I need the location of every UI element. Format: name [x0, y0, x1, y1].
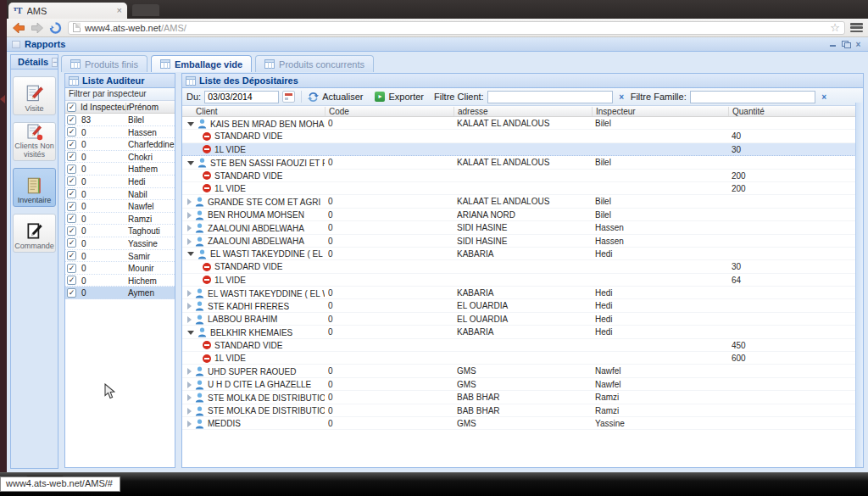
package-row[interactable]: STANDARD VIDE40	[182, 130, 863, 142]
expand-arrow-icon[interactable]	[187, 394, 192, 401]
client-row[interactable]: U H D CITE LA GHAZELLE0GMSNawfel	[182, 378, 863, 391]
expand-arrow-icon[interactable]	[187, 303, 192, 309]
auditor-grid-header[interactable]: ✓ Id Inspecteur Prénom	[65, 101, 175, 114]
auditor-row[interactable]: ✓0Taghouti	[65, 225, 175, 237]
tab-produits-finis[interactable]: Produits finis	[61, 55, 147, 72]
client-row[interactable]: STE MOLKA DE DISTRIBUTION DE B0BAB BHARR…	[182, 404, 863, 417]
clear-family-filter-icon[interactable]: ×	[819, 92, 830, 103]
collapse-panel-icon[interactable]: −	[52, 58, 58, 67]
auditor-row[interactable]: ✓0Hathem	[65, 163, 175, 176]
select-all-checkbox[interactable]: ✓	[67, 103, 76, 112]
row-checkbox[interactable]: ✓	[67, 288, 76, 298]
reload-button[interactable]	[49, 22, 63, 34]
tab-emballage-vide[interactable]: Emballage vide	[151, 55, 252, 72]
package-row[interactable]: STANDARD VIDE30	[182, 260, 863, 273]
row-checkbox[interactable]: ✓	[67, 238, 76, 248]
package-row[interactable]: STANDARD VIDE450	[182, 339, 863, 352]
collapse-arrow-icon[interactable]	[187, 122, 194, 126]
auditor-row[interactable]: ✓0Samir	[65, 250, 175, 263]
package-row[interactable]: 1L VIDE30	[182, 143, 863, 156]
auditor-row[interactable]: ✓0Hedi	[65, 176, 175, 188]
client-row[interactable]: ZAALOUNI ABDELWAHA0SIDI HASINEHassen	[182, 235, 863, 248]
clear-client-filter-icon[interactable]: ×	[616, 92, 627, 103]
expand-arrow-icon[interactable]	[187, 421, 192, 427]
client-row[interactable]: UHD SUPER RAOUED0GMSNawfel	[182, 365, 863, 377]
filter-client-input[interactable]	[487, 91, 613, 103]
row-checkbox[interactable]: ✓	[67, 115, 76, 125]
auditor-row[interactable]: ✓0Mounir	[65, 262, 175, 275]
column-header-id[interactable]: Id Inspecteur	[81, 103, 130, 112]
row-checkbox[interactable]: ✓	[67, 140, 76, 149]
export-excel-icon[interactable]: ▸	[375, 92, 385, 102]
auditor-row[interactable]: ✓0Chokri	[65, 151, 175, 164]
address-bar[interactable]: www4.ats-web.net/AMS/ ☆	[68, 21, 845, 35]
auditor-row[interactable]: ✓83Bilel	[65, 114, 175, 126]
nav-button-clients-non-visites[interactable]: Clients Non visités	[13, 122, 56, 161]
client-row[interactable]: ZAALOUNI ABDELWAHA0SIDI HASINEHassen	[182, 221, 863, 234]
auditor-row[interactable]: ✓0Yassine	[65, 237, 175, 250]
window-restore-icon[interactable]	[841, 40, 850, 49]
column-header-adresse[interactable]: adresse	[453, 107, 488, 116]
row-checkbox[interactable]: ✓	[67, 127, 76, 137]
new-tab-button[interactable]	[132, 4, 159, 16]
vertical-scrollbar[interactable]	[855, 103, 863, 467]
expand-arrow-icon[interactable]	[187, 382, 192, 388]
package-row[interactable]: STANDARD VIDE200	[182, 170, 863, 182]
column-header-inspecteur[interactable]: Inspecteur	[592, 107, 636, 116]
date-input[interactable]	[204, 91, 279, 103]
refresh-icon[interactable]	[308, 92, 319, 103]
tab-close-icon[interactable]: ×	[117, 6, 122, 15]
forward-button[interactable]	[31, 22, 44, 34]
expand-arrow-icon[interactable]	[187, 212, 192, 219]
client-row[interactable]: BEN RHOUMA MOHSEN0ARIANA NORDBilel	[182, 209, 863, 221]
client-row[interactable]: STE BEN SASSI FAOUZI ET FRERES0KALAAT EL…	[182, 156, 863, 169]
package-row[interactable]: 1L VIDE64	[182, 274, 863, 287]
filter-family-input[interactable]	[690, 91, 815, 103]
auditor-row[interactable]: ✓0Hassen	[65, 126, 175, 139]
client-row[interactable]: MEDDIS0GMSYassine	[182, 417, 863, 430]
expand-arrow-icon[interactable]	[187, 238, 192, 245]
expand-arrow-icon[interactable]	[187, 408, 192, 415]
client-row[interactable]: EL WASTI TAKEYDDINE ( EL WASTI0KABARIAHe…	[182, 287, 863, 299]
browser-menu-icon[interactable]	[850, 23, 863, 32]
collapse-arrow-icon[interactable]	[187, 331, 194, 335]
row-checkbox[interactable]: ✓	[67, 264, 76, 273]
row-checkbox[interactable]: ✓	[67, 251, 76, 260]
auditor-row[interactable]: ✓0Nawfel	[65, 200, 175, 213]
collapse-arrow-icon[interactable]	[187, 161, 194, 165]
auditor-row[interactable]: ✓0Aymen	[65, 287, 175, 299]
window-close-icon[interactable]: ×	[854, 40, 863, 49]
expand-arrow-icon[interactable]	[187, 198, 192, 205]
expand-arrow-icon[interactable]	[187, 316, 192, 323]
client-row[interactable]: KAIS BEN MRAD BEN MOHAMED0KALAAT EL ANDA…	[182, 117, 863, 130]
client-row[interactable]: STE KADHI FRERES0EL OUARDIAHedi	[182, 299, 863, 312]
package-row[interactable]: 1L VIDE600	[182, 352, 863, 365]
auditor-row[interactable]: ✓0Hichem	[65, 275, 175, 287]
nav-button-visite[interactable]: Visite	[13, 76, 56, 115]
expand-arrow-icon[interactable]	[187, 225, 192, 231]
auditor-row[interactable]: ✓0Charfeddine	[65, 138, 175, 151]
client-row[interactable]: GRANDE STE COM ET AGRI0KALAAT EL ANDALOU…	[182, 195, 863, 208]
package-row[interactable]: 1L VIDE200	[182, 182, 863, 195]
row-checkbox[interactable]: ✓	[67, 276, 76, 285]
browser-tab-ams[interactable]: ᵀT AMS ×	[8, 3, 127, 19]
nav-button-commande[interactable]: Commande	[13, 214, 56, 253]
client-row[interactable]: BELKHIR KHEMAIES0KABARIAHedi	[182, 326, 863, 338]
expand-arrow-icon[interactable]	[187, 368, 192, 375]
nav-button-inventaire[interactable]: Inventaire	[13, 168, 56, 207]
auditor-row[interactable]: ✓0Ramzi	[65, 213, 175, 226]
column-header-quantite[interactable]: Quantité	[728, 107, 765, 116]
client-row[interactable]: STE MOLKA DE DISTRIBUTION DE B0BAB BHARR…	[182, 391, 863, 404]
refresh-button[interactable]: Actualiser	[322, 92, 363, 102]
row-checkbox[interactable]: ✓	[67, 214, 76, 223]
row-checkbox[interactable]: ✓	[67, 164, 76, 174]
collapse-arrow-icon[interactable]	[187, 252, 194, 256]
column-header-client[interactable]: Client	[192, 107, 218, 116]
tab-produits-concurrents[interactable]: Produits concurrents	[255, 55, 374, 72]
calendar-icon[interactable]	[282, 91, 295, 103]
row-checkbox[interactable]: ✓	[67, 176, 76, 186]
row-checkbox[interactable]: ✓	[67, 226, 76, 236]
export-button[interactable]: Exporter	[388, 92, 424, 102]
depositaires-grid-header[interactable]: Client Code adresse Inspecteur Quantité	[182, 106, 863, 117]
row-checkbox[interactable]: ✓	[67, 189, 76, 198]
